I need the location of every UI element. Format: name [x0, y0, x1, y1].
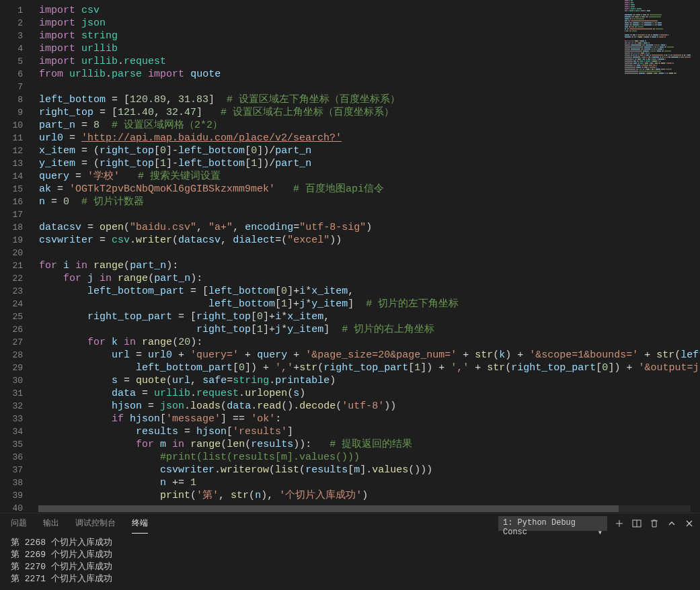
- code-line[interactable]: for m in range(len(results)): # 提取返回的结果: [39, 438, 700, 451]
- token-var: csvwriter: [160, 464, 215, 476]
- code-line[interactable]: import urllib: [39, 42, 700, 55]
- terminal-selector[interactable]: 1: Python Debug Consc: [498, 516, 607, 531]
- code-line[interactable]: n = 0 # 切片计数器: [39, 196, 700, 208]
- code-line[interactable]: right_top = [121.40, 32.47] # 设置区域右上角坐标（…: [39, 106, 700, 119]
- code-line[interactable]: left_bottom[1]+j*y_item] # 切片的左下角坐标: [39, 298, 700, 310]
- code-line[interactable]: ak = 'OGTkT2pvBcNbQmoKl6gGIBSkzxmm9mek' …: [39, 183, 700, 196]
- code-line[interactable]: hjson = json.loads(data.read().decode('u…: [39, 400, 700, 413]
- terminal-output[interactable]: 第 2268 个切片入库成功第 2269 个切片入库成功第 2270 个切片入库…: [0, 533, 700, 581]
- code-line[interactable]: url = url0 + 'query=' + query + '&page_s…: [39, 349, 700, 362]
- token-num: 1: [190, 477, 196, 489]
- chevron-up-icon[interactable]: [666, 518, 677, 529]
- code-line[interactable]: x_item = (right_top[0]-left_bottom[0])/p…: [39, 144, 700, 157]
- horizontal-scrollbar[interactable]: [38, 505, 691, 512]
- panel-actions: 1: Python Debug Consc: [498, 516, 695, 531]
- code-line[interactable]: data = urllib.request.urlopen(s): [39, 387, 700, 400]
- code-line[interactable]: print('第', str(n), '个切片入库成功'): [39, 489, 700, 502]
- token-pun: [: [227, 426, 233, 437]
- code-line[interactable]: y_item = (right_top[1]-left_bottom[1])/p…: [39, 157, 700, 170]
- token-fn: read: [257, 401, 281, 412]
- token-kw: import: [39, 43, 75, 54]
- token-pun: .: [130, 235, 136, 246]
- token-pun: ]: [323, 324, 342, 335]
- code-line[interactable]: [39, 247, 700, 259]
- token-str: "a+": [208, 222, 233, 233]
- code-line[interactable]: import string: [39, 30, 700, 42]
- token-pun: = [: [106, 94, 130, 106]
- tab-terminal[interactable]: 终端: [132, 513, 148, 534]
- token-pun: ),: [261, 490, 279, 501]
- token-pun: (: [336, 401, 342, 412]
- token-pun: =: [63, 132, 81, 144]
- token-pun: (: [287, 388, 293, 399]
- token-var: quote: [190, 69, 221, 80]
- code-line[interactable]: results = hjson['results']: [39, 425, 700, 438]
- token-pun: =: [293, 222, 299, 233]
- minimap[interactable]: [625, 0, 691, 74]
- token-pun: ): [299, 388, 305, 399]
- token-pun: [112, 273, 118, 284]
- token-fn: range: [118, 273, 148, 284]
- plus-icon[interactable]: [614, 518, 625, 529]
- token-pun: ())): [408, 464, 432, 476]
- token-pun: [75, 43, 81, 54]
- code-line[interactable]: [39, 81, 700, 93]
- tab-output[interactable]: 输出: [43, 513, 59, 534]
- scrollbar-thumb[interactable]: [38, 505, 619, 512]
- token-pun: [154, 439, 160, 450]
- code-line[interactable]: from urllib.parse import quote: [39, 68, 700, 81]
- token-mod: string: [233, 375, 269, 386]
- code-line[interactable]: csvwriter.writerow(list(results[m].value…: [39, 464, 700, 476]
- code-line[interactable]: for j in range(part_n):: [39, 272, 700, 285]
- token-pun: =: [227, 375, 233, 386]
- token-kw: for: [39, 260, 57, 271]
- code-line[interactable]: n += 1: [39, 476, 700, 489]
- code-line[interactable]: s = quote(url, safe=string.printable): [39, 374, 700, 387]
- code-line[interactable]: #print(list(results[m].values())): [39, 451, 700, 464]
- token-fn: loads: [190, 401, 221, 412]
- token-var: left_bo: [680, 349, 700, 361]
- token-pun: ]-: [166, 158, 178, 169]
- token-pun: [57, 260, 63, 271]
- tab-debug-console[interactable]: 调试控制台: [75, 513, 116, 534]
- token-num: 0: [160, 145, 166, 157]
- token-pun: ,: [323, 311, 329, 323]
- code-line[interactable]: import csv: [39, 4, 700, 17]
- code-line[interactable]: right_top_part = [right_top[0]+i*x_item,: [39, 310, 700, 323]
- token-pun: (: [166, 375, 172, 386]
- token-kw: import: [39, 56, 75, 67]
- code-line[interactable]: right_top[1]+j*y_item] # 切片的右上角坐标: [39, 323, 700, 336]
- code-line[interactable]: for i in range(part_n):: [39, 259, 700, 272]
- code-line[interactable]: import json: [39, 17, 700, 30]
- code-line[interactable]: for k in range(20):: [39, 336, 700, 349]
- token-kw: import: [148, 69, 184, 80]
- token-var: right_top_part: [323, 362, 408, 374]
- code-line[interactable]: query = '学校' # 搜索关键词设置: [39, 170, 700, 183]
- code-line[interactable]: part_n = 8 # 设置区域网格（2*2）: [39, 119, 700, 132]
- token-pun: ]+: [263, 324, 275, 335]
- token-var: j: [275, 324, 281, 335]
- trash-icon[interactable]: [649, 518, 660, 529]
- token-num: 0: [63, 196, 69, 208]
- token-pun: ):: [190, 273, 202, 284]
- tab-problems[interactable]: 问题: [11, 513, 27, 534]
- code-line[interactable]: if hjson['message'] == 'ok':: [39, 413, 700, 425]
- code-line[interactable]: left_bottom_part = [left_bottom[0]+i*x_i…: [39, 285, 700, 298]
- token-pun: ,: [166, 94, 178, 106]
- code-line[interactable]: import urllib.request: [39, 55, 700, 68]
- close-icon[interactable]: [684, 518, 695, 529]
- token-var: hjson: [196, 426, 227, 437]
- code-line[interactable]: csvwriter = csv.writer(datacsv, dialect=…: [39, 234, 700, 247]
- code-line[interactable]: url0 = 'http://api.map.baidu.com/place/v…: [39, 132, 700, 144]
- code-editor[interactable]: 1234567891011121314151617181920212223242…: [0, 0, 700, 513]
- token-com: # 切片的右上角坐标: [342, 324, 434, 335]
- code-area[interactable]: import csvimport jsonimport stringimport…: [32, 0, 700, 513]
- token-var: k: [499, 349, 505, 361]
- code-line[interactable]: left_bottom = [120.89, 31.83] # 设置区域左下角坐…: [39, 93, 700, 106]
- code-line[interactable]: datacsv = open("baidu.csv", "a+", encodi…: [39, 221, 700, 234]
- code-line[interactable]: [39, 208, 700, 221]
- code-line[interactable]: left_bottom_part[0]) + ','+str(right_top…: [39, 362, 700, 374]
- token-fn: str: [299, 362, 317, 374]
- token-kw: in: [75, 260, 87, 271]
- split-icon[interactable]: [631, 518, 642, 529]
